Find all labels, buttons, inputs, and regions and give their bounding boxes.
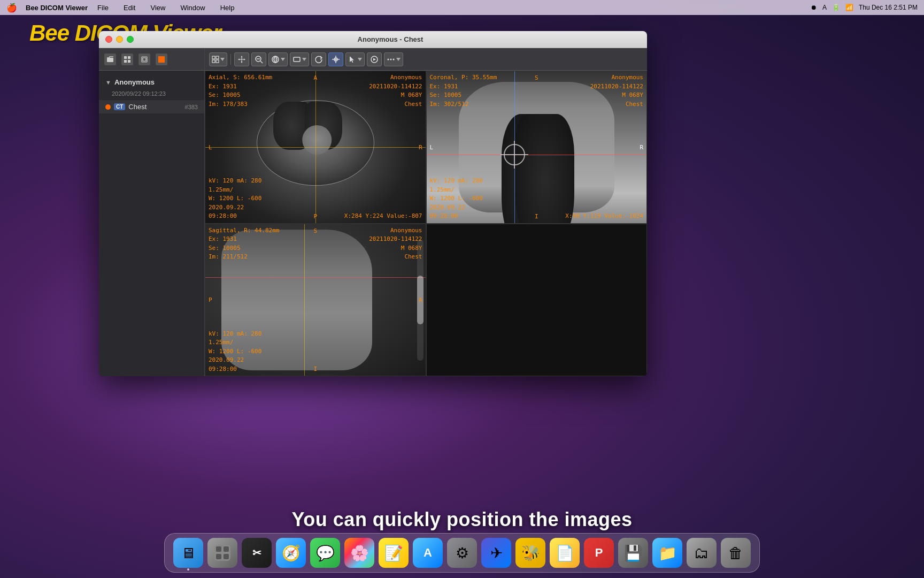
sidebar-btn-folder[interactable] (104, 54, 116, 65)
menu-file[interactable]: File (94, 3, 112, 13)
menubar-wifi: 📶 (845, 4, 853, 11)
toolbar-cursor-button[interactable] (345, 52, 365, 66)
dock-item-testflight[interactable]: ✈ (481, 538, 511, 568)
toolbar-window-button[interactable] (268, 52, 288, 66)
menu-window[interactable]: Window (177, 3, 208, 13)
svg-point-22 (390, 58, 392, 60)
launchpad-icon (214, 545, 230, 561)
axial-body (257, 100, 374, 186)
svg-rect-0 (107, 58, 113, 62)
caption-text: You can quickly position the images (292, 508, 633, 530)
toolbar-roi-button[interactable] (290, 52, 309, 66)
trash-icon: 🗑 (728, 544, 743, 562)
svg-rect-10 (212, 60, 215, 63)
menubar-clock: Thu Dec 16 2:51 PM (859, 4, 918, 11)
toolbar-layout-button[interactable] (209, 52, 227, 66)
window-minimize-button[interactable] (116, 36, 123, 43)
photos-icon: 🌸 (350, 544, 369, 562)
apple-menu[interactable]: 🍎 (6, 3, 17, 13)
menu-view[interactable]: View (147, 3, 168, 13)
folder2-icon: 🗂 (694, 544, 709, 562)
dock-item-appstore[interactable]: A (413, 538, 443, 568)
dock-item-messages[interactable]: 💬 (310, 538, 340, 568)
sidebar-content: ▼ Anonymous 2020/09/22 09:12:23 CT Chest… (99, 71, 204, 118)
coronal-body (459, 82, 615, 212)
window-title: Anonymous - Chest (140, 35, 641, 43)
svg-rect-3 (124, 60, 127, 63)
dock-item-capcut[interactable]: ✂ (242, 538, 272, 568)
series-name: Chest (128, 103, 184, 111)
axial-heart (302, 125, 332, 155)
series-active-dot (105, 104, 111, 110)
window-maximize-button[interactable] (127, 36, 134, 43)
svg-rect-2 (128, 56, 130, 59)
sagittal-body (221, 230, 372, 371)
dock-item-finder[interactable]: 🖥 (173, 538, 203, 568)
dock-item-folder[interactable]: 📁 (652, 538, 682, 568)
window-close-button[interactable] (105, 36, 112, 43)
sidebar-btn-3d[interactable] (138, 54, 150, 65)
svg-rect-1 (124, 56, 127, 59)
dock-item-disk[interactable]: 💾 (618, 538, 648, 568)
sagittal-scrollbar[interactable] (417, 239, 424, 361)
viewport-container: Axial, S: 656.61mm Ex: 1931 Se: 10005 Im… (205, 71, 647, 376)
app-menu-name[interactable]: Bee DICOM Viewer (26, 4, 88, 12)
svg-rect-9 (216, 56, 219, 59)
window-titlebar: Anonymous - Chest (99, 31, 647, 48)
viewport-coronal[interactable]: Coronal, P: 35.55mm Ex: 1931 Se: 10005 I… (426, 71, 648, 224)
menubar-a-icon: A (822, 4, 827, 11)
patient-date: 2020/09/22 09:12:23 (99, 89, 204, 100)
dock-item-trash[interactable]: 🗑 (721, 538, 751, 568)
svg-rect-7 (158, 56, 165, 63)
menubar: 🍎 Bee DICOM Viewer File Edit View Window… (0, 0, 924, 15)
series-item[interactable]: CT Chest #383 (99, 100, 204, 113)
testflight-icon: ✈ (490, 544, 503, 562)
dock-item-safari[interactable]: 🧭 (276, 538, 306, 568)
viewport-empty (426, 224, 648, 377)
svg-rect-6 (143, 58, 146, 61)
dock-item-launchpad[interactable] (207, 538, 237, 568)
toolbar-pan-button[interactable] (234, 52, 249, 66)
toolbar-crosshair-button[interactable] (328, 52, 343, 66)
viewport-axial[interactable]: Axial, S: 656.61mm Ex: 1931 Se: 10005 Im… (205, 71, 426, 224)
menu-help[interactable]: Help (217, 3, 238, 13)
sidebar-btn-layout[interactable] (156, 54, 167, 65)
toolbar-rotate-button[interactable] (311, 52, 326, 66)
svg-rect-28 (224, 554, 229, 559)
window-controls (105, 36, 134, 43)
sagittal-scrollthumb[interactable] (417, 276, 424, 324)
svg-rect-25 (216, 546, 221, 552)
viewport-sagittal[interactable]: Sagittal, R: 44.82mm Ex: 1931 Se: 10005 … (205, 224, 426, 377)
notes-icon: 📝 (384, 544, 403, 562)
caption: You can quickly position the images (0, 508, 924, 531)
dock-item-proxyman[interactable]: P (584, 538, 614, 568)
dock-item-notes[interactable]: 📝 (379, 538, 409, 568)
menu-items: File Edit View Window Help (94, 3, 811, 13)
menu-edit[interactable]: Edit (120, 3, 138, 13)
settings-icon: ⚙ (456, 544, 469, 562)
series-modality-badge: CT (114, 103, 125, 110)
toolbar-play-button[interactable] (367, 52, 382, 66)
toolbar-zoom-button[interactable] (251, 52, 266, 66)
svg-point-23 (393, 58, 395, 60)
dock-item-folder2[interactable]: 🗂 (687, 538, 717, 568)
menubar-battery: 🔋 (832, 4, 840, 11)
svg-rect-27 (216, 554, 221, 559)
toolbar-more-button[interactable] (384, 52, 403, 66)
dock-item-textedit[interactable]: 📄 (550, 538, 580, 568)
patient-header[interactable]: ▼ Anonymous (99, 75, 204, 89)
svg-line-13 (260, 61, 263, 63)
sidebar-btn-grid[interactable] (121, 54, 133, 65)
proxyman-icon: P (595, 546, 603, 560)
messages-icon: 💬 (316, 544, 335, 562)
dock-item-settings[interactable]: ⚙ (447, 538, 477, 568)
dock-item-photos[interactable]: 🌸 (344, 538, 374, 568)
patient-name: Anonymous (114, 78, 155, 86)
svg-point-21 (388, 58, 389, 60)
safari-icon: 🧭 (282, 544, 301, 562)
dock-item-bee[interactable]: 🐝 (515, 538, 545, 568)
series-count: #383 (185, 104, 198, 110)
finder-icon: 🖥 (181, 544, 196, 562)
menubar-right: ⏺ A 🔋 📶 Thu Dec 16 2:51 PM (811, 4, 918, 11)
appstore-icon: A (424, 546, 432, 560)
